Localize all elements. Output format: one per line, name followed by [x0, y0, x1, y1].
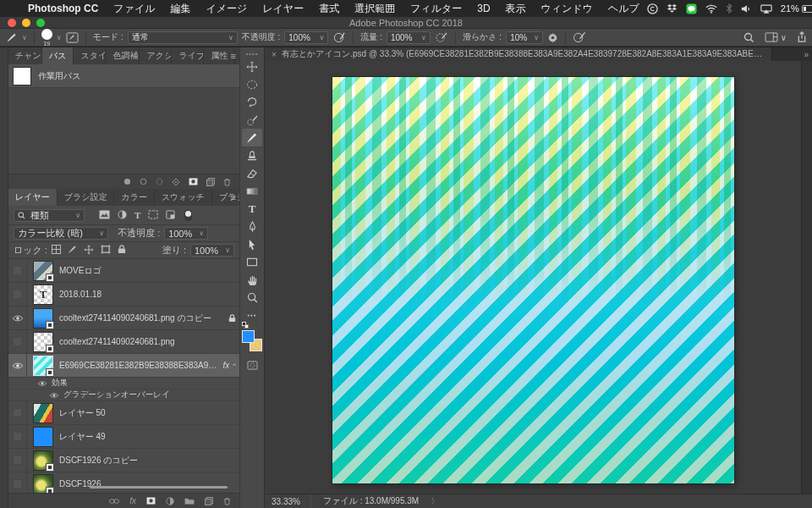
document-tab[interactable]: × 有志とかアイコン.psd @ 33.3% (E6969CE38281E382… [265, 47, 772, 61]
panel-menu-icon[interactable]: ≡ [231, 51, 235, 61]
filter-type-layers-icon[interactable]: T [134, 210, 140, 220]
wifi-icon[interactable] [705, 4, 717, 14]
share-icon[interactable] [797, 31, 807, 43]
tab-paths[interactable]: パス [42, 47, 74, 64]
tool-preset-icon[interactable] [5, 31, 18, 44]
type-tool[interactable]: T [242, 200, 262, 218]
layer-thumbnail[interactable] [34, 285, 52, 304]
lasso-tool[interactable] [242, 93, 262, 111]
tab-swatches[interactable]: スウォッチ [155, 189, 212, 206]
visibility-toggle[interactable] [8, 306, 27, 329]
lock-artboard-icon[interactable] [101, 245, 111, 256]
quick-selection-tool[interactable] [242, 111, 262, 129]
menu-select[interactable]: 選択範囲 [347, 2, 403, 16]
fill-path-icon[interactable] [123, 178, 131, 185]
filter-adjustment-layers-icon[interactable] [118, 210, 127, 221]
delete-path-icon[interactable] [223, 178, 231, 186]
layer-filter-select[interactable]: 種類∨ [14, 209, 85, 222]
filter-toggle[interactable] [184, 210, 192, 221]
creative-cloud-icon[interactable] [647, 3, 658, 14]
layer-opacity-select[interactable]: 100%∨ [164, 227, 208, 240]
toolbar-grip[interactable]: •••• [242, 49, 262, 58]
add-mask-icon[interactable] [189, 178, 198, 185]
canvas-pasteboard[interactable] [265, 61, 812, 494]
toggle-brush-settings-icon[interactable] [66, 32, 79, 43]
layer-row[interactable]: DSCF1926 [8, 472, 239, 493]
tab-layers[interactable]: レイヤー [8, 189, 58, 206]
eraser-tool[interactable] [242, 164, 262, 182]
visibility-toggle[interactable] [8, 472, 27, 493]
menu-photoshop[interactable]: Photoshop CC [20, 3, 106, 14]
menu-3d[interactable]: 3D [469, 3, 497, 14]
visibility-toggle[interactable] [8, 449, 27, 472]
visibility-toggle[interactable] [8, 283, 27, 306]
elliptical-marquee-tool[interactable] [242, 75, 262, 93]
zoom-tool[interactable] [242, 289, 262, 306]
tab-adjustments[interactable]: 色調補正 [106, 47, 140, 64]
layer-row[interactable]: cooltext274114090240681.png のコピー [8, 306, 239, 330]
battery-indicator[interactable]: 21% [781, 3, 812, 14]
tab-color[interactable]: カラー [114, 189, 154, 206]
layer-name[interactable]: MOVEロゴ [59, 265, 236, 277]
layer-style-fx-icon[interactable]: fx [129, 496, 136, 505]
gradient-overlay-row[interactable]: グラデーションオーバーレイ [8, 389, 239, 401]
menu-view[interactable]: 表示 [498, 2, 534, 16]
layer-name[interactable]: cooltext274114090240681.png のコピー [59, 312, 225, 324]
layer-row[interactable]: MOVEロゴ [8, 259, 239, 283]
tab-brush-settings[interactable]: ブラシ設定 [58, 189, 115, 206]
layer-name[interactable]: レイヤー 50 [59, 407, 236, 419]
lock-transparent-icon[interactable] [52, 245, 61, 256]
layer-row-selected[interactable]: E6969CE38281E382B9E38388E383A9E382A4E383… [8, 354, 239, 378]
smoothing-select[interactable]: 10%∨ [506, 31, 543, 44]
tab-brushes[interactable]: ブラシ [212, 189, 239, 206]
layer-thumbnail[interactable] [34, 428, 52, 446]
bluetooth-icon[interactable] [726, 3, 732, 14]
link-layers-icon[interactable] [109, 498, 119, 505]
layers-scrollbar[interactable] [90, 486, 228, 489]
layer-name[interactable]: 2018.01.18 [59, 290, 236, 299]
lock-paint-icon[interactable] [68, 245, 77, 256]
layer-row[interactable]: 2018.01.18 [8, 283, 239, 306]
layer-row[interactable]: レイヤー 50 [8, 401, 239, 425]
tool-preset-caret[interactable]: ∨ [22, 34, 27, 41]
lock-position-icon[interactable] [84, 245, 94, 257]
smoothing-options-gear-icon[interactable] [547, 32, 558, 43]
menu-window[interactable]: ウィンドウ [534, 2, 601, 16]
gradient-tool[interactable] [242, 182, 262, 200]
layer-thumbnail[interactable] [34, 404, 52, 422]
tab-libraries[interactable]: ライブラリ [172, 47, 204, 64]
filter-shape-layers-icon[interactable] [148, 210, 158, 221]
tab-channels[interactable]: チャンネル [8, 47, 42, 64]
airplay-icon[interactable] [760, 4, 772, 14]
brush-tool[interactable] [242, 129, 262, 146]
path-as-selection-icon[interactable] [156, 178, 163, 185]
layer-row[interactable]: cooltext274114090240681.png [8, 330, 239, 354]
new-path-icon[interactable] [206, 178, 215, 186]
layer-thumbnail[interactable] [34, 451, 52, 470]
menu-edit[interactable]: 編集 [162, 2, 198, 16]
visibility-toggle[interactable] [8, 425, 27, 448]
menu-filter[interactable]: フィルター [403, 2, 469, 16]
tab-actions[interactable]: アクション [140, 47, 172, 64]
stroke-path-icon[interactable] [140, 178, 147, 185]
quick-mask-icon[interactable] [242, 356, 262, 374]
menu-help[interactable]: ヘルプ [601, 2, 647, 16]
layer-thumbnail[interactable] [34, 356, 52, 375]
layer-thumbnail[interactable] [34, 475, 52, 494]
new-group-icon[interactable] [184, 497, 195, 505]
filter-smart-objects-icon[interactable] [166, 210, 175, 221]
close-document-icon[interactable]: × [272, 50, 277, 59]
line-icon[interactable] [686, 3, 697, 14]
path-selection-tool[interactable] [242, 235, 262, 253]
default-colors-icon[interactable] [242, 322, 250, 329]
layer-blend-mode-select[interactable]: カラー比較 (暗)∨ [14, 227, 108, 240]
brush-picker-caret[interactable]: ∨ [57, 34, 62, 41]
work-path-row[interactable]: 作業用パス [8, 64, 239, 88]
new-adjustment-layer-icon[interactable] [166, 497, 174, 505]
clone-stamp-tool[interactable] [242, 146, 262, 164]
layer-name[interactable]: E6969CE38281E382B9E38388E383A9E382A4E383… [59, 361, 219, 370]
layer-name[interactable]: レイヤー 49 [59, 431, 236, 443]
left-dock-gutter[interactable] [0, 47, 8, 508]
effects-row[interactable]: 効果 [8, 378, 239, 389]
new-layer-icon[interactable] [205, 497, 213, 505]
